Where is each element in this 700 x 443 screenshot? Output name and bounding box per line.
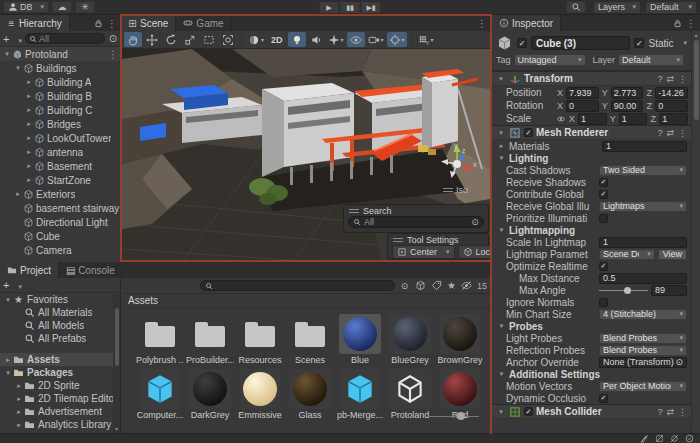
component-enabled-checkbox[interactable]: ✓ bbox=[524, 407, 533, 416]
scale-y-field[interactable]: 1 bbox=[619, 113, 648, 125]
rotate-tool[interactable] bbox=[162, 32, 180, 47]
project-tree-item[interactable]: All Materials bbox=[0, 306, 120, 319]
checkbox[interactable]: ✓ bbox=[599, 190, 608, 199]
fold-arrow[interactable]: ▸ bbox=[14, 421, 24, 429]
scale-x-field[interactable]: 1 bbox=[578, 113, 607, 125]
lock-icon[interactable] bbox=[673, 19, 682, 28]
tab-console[interactable]: ▤ Console bbox=[59, 262, 123, 278]
value-field[interactable]: 0.5 bbox=[599, 273, 687, 284]
tag-dropdown[interactable]: Untagged ▾ bbox=[514, 54, 586, 66]
fold-arrow[interactable]: ▾ bbox=[497, 370, 506, 378]
project-tree-item[interactable]: ▾Packages bbox=[0, 366, 120, 379]
asset-item[interactable]: Scenes bbox=[286, 314, 334, 365]
asset-item[interactable]: DarkGrey bbox=[186, 369, 234, 420]
link-scale-icon[interactable] bbox=[556, 114, 566, 124]
hierarchy-item[interactable]: Cube bbox=[0, 229, 121, 243]
hierarchy-item[interactable]: ▸Bridges bbox=[0, 117, 121, 131]
kebab-icon[interactable]: ⋮ bbox=[686, 18, 696, 29]
checkbox[interactable] bbox=[599, 298, 608, 307]
hierarchy-item[interactable]: Directional Light bbox=[0, 215, 121, 229]
tab-inspector[interactable]: Inspector bbox=[492, 15, 561, 31]
thumbnail-size-slider[interactable] bbox=[427, 412, 479, 421]
scrollbar-thumb[interactable] bbox=[115, 308, 119, 366]
checkbox[interactable] bbox=[599, 214, 608, 223]
fold-arrow[interactable]: ▸ bbox=[24, 120, 34, 128]
fold-arrow[interactable]: ▸ bbox=[24, 106, 34, 114]
asset-item[interactable]: ProBuilder... bbox=[186, 314, 234, 365]
2d-toggle[interactable]: 2D bbox=[267, 32, 287, 47]
drag-handle-icon[interactable] bbox=[349, 209, 359, 213]
project-tree-scrollbar[interactable]: ▾ bbox=[113, 294, 120, 433]
create-menu-button[interactable]: + ▾ bbox=[3, 33, 22, 45]
asset-item[interactable]: Emmissive bbox=[236, 369, 284, 420]
fold-arrow[interactable]: ▸ bbox=[497, 142, 506, 150]
transform-component-header[interactable]: ▾ Transform ? ⇄ ⋮ bbox=[492, 71, 691, 86]
label-filter-icon[interactable] bbox=[431, 280, 442, 291]
project-tree-item[interactable]: ▸Assets bbox=[0, 353, 120, 366]
scrollbar-thumb[interactable] bbox=[694, 40, 699, 120]
fold-arrow[interactable]: ▾ bbox=[496, 408, 506, 416]
presets-icon[interactable]: ⇄ bbox=[666, 128, 674, 138]
step-button[interactable]: ▶▮ bbox=[361, 1, 382, 14]
no-scatter-icon[interactable] bbox=[670, 434, 679, 443]
create-menu-button[interactable]: + ▾ bbox=[3, 279, 22, 291]
rotation-z-field[interactable]: 0 bbox=[655, 100, 688, 112]
fold-arrow[interactable]: ▾ bbox=[3, 369, 13, 377]
fold-arrow[interactable]: ▸ bbox=[3, 356, 13, 364]
project-search-input[interactable] bbox=[200, 280, 395, 291]
shading-mode-dropdown[interactable]: ▾ bbox=[246, 32, 266, 47]
asset-item[interactable]: Resources bbox=[236, 314, 284, 365]
fold-arrow[interactable]: ▾ bbox=[2, 50, 12, 58]
scene-search-input[interactable]: All ⊙ bbox=[348, 216, 484, 228]
hierarchy-item[interactable]: basement stairway w bbox=[0, 201, 121, 215]
scroll-up-icon[interactable]: ▴ bbox=[694, 31, 697, 38]
packages-filter-icon[interactable] bbox=[415, 280, 426, 291]
hidden-eye-icon[interactable] bbox=[461, 280, 472, 291]
audio-toggle[interactable] bbox=[307, 32, 325, 47]
scale-z-field[interactable]: 1 bbox=[659, 113, 688, 125]
search-by-type-icon[interactable]: ⊙ bbox=[108, 34, 118, 44]
static-checkbox[interactable]: ✓ bbox=[634, 38, 644, 48]
asset-item[interactable]: pb-Merge... bbox=[336, 369, 384, 420]
pause-button[interactable]: ▮▮ bbox=[340, 1, 361, 14]
assets-breadcrumb[interactable]: Assets bbox=[128, 295, 158, 306]
fold-arrow[interactable]: ▸ bbox=[24, 148, 34, 156]
orientation-gizmo[interactable]: y x z bbox=[435, 140, 479, 184]
dropdown[interactable]: 4 (Stitchable)▾ bbox=[599, 309, 687, 320]
fold-arrow[interactable]: ▸ bbox=[24, 176, 34, 184]
slider-knob[interactable] bbox=[624, 287, 631, 294]
check-circle-icon[interactable] bbox=[685, 434, 694, 443]
hierarchy-item[interactable]: ▸Exteriors bbox=[0, 187, 121, 201]
mesh-renderer-component-header[interactable]: ▾ ✓ Mesh Renderer ? ⇄ ⋮ bbox=[492, 125, 691, 140]
active-checkbox[interactable]: ✓ bbox=[517, 38, 527, 48]
fold-arrow[interactable]: ▸ bbox=[14, 408, 24, 416]
fold-arrow[interactable]: ▾ bbox=[497, 226, 506, 234]
grid-dropdown[interactable]: Y▾ bbox=[416, 32, 436, 47]
dropdown[interactable]: Blend Probes▾ bbox=[599, 345, 687, 356]
fold-arrow[interactable]: ▾ bbox=[496, 75, 506, 83]
hierarchy-item[interactable]: ▾Protoland⋮ bbox=[0, 47, 121, 61]
no-sculpt-icon[interactable] bbox=[655, 434, 664, 443]
tab-project[interactable]: Project bbox=[0, 262, 59, 278]
slider-track[interactable] bbox=[599, 285, 648, 296]
fold-arrow[interactable]: ▸ bbox=[14, 382, 24, 390]
asset-item[interactable]: Blue bbox=[336, 314, 384, 365]
fold-arrow[interactable]: ▾ bbox=[13, 64, 23, 72]
hierarchy-item[interactable]: ▸Building A bbox=[0, 75, 121, 89]
object-field[interactable]: None (Transform)⊙ bbox=[599, 357, 687, 368]
tab-scene[interactable]: ⊞ Scene bbox=[121, 15, 176, 31]
layers-dropdown[interactable]: Layers ▾ bbox=[593, 1, 641, 14]
layer-dropdown[interactable]: Default ▾ bbox=[618, 54, 684, 66]
asset-item[interactable]: Glass bbox=[286, 369, 334, 420]
scale-tool[interactable] bbox=[181, 32, 199, 47]
position-z-field[interactable]: -14.26 bbox=[655, 87, 688, 99]
fold-arrow[interactable]: ▾ bbox=[496, 129, 506, 137]
component-enabled-checkbox[interactable]: ✓ bbox=[524, 128, 533, 137]
position-x-field[interactable]: 7.939 bbox=[566, 87, 599, 99]
presets-icon[interactable]: ⇄ bbox=[666, 407, 674, 417]
checkbox[interactable]: ✓ bbox=[599, 262, 608, 271]
fold-arrow[interactable]: ▾ bbox=[497, 322, 506, 330]
rotation-y-field[interactable]: 90.00 bbox=[611, 100, 644, 112]
value-field[interactable]: 1 bbox=[599, 237, 687, 248]
move-tool[interactable] bbox=[143, 32, 161, 47]
